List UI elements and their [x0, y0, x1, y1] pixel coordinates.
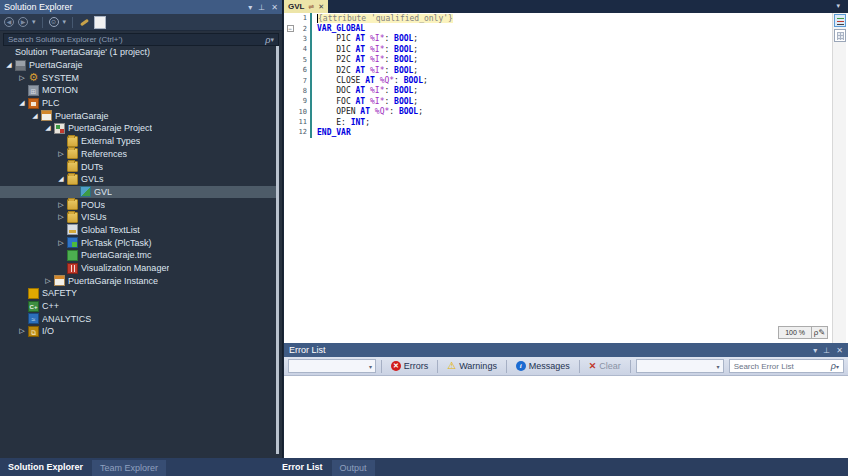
fold-marker-icon[interactable]: − [284, 24, 296, 33]
expander-icon[interactable]: ◢ [3, 61, 15, 69]
window-position-icon[interactable]: ▾ [813, 346, 817, 355]
tree-item-puertagaraje[interactable]: ◢PuertaGaraje [0, 109, 277, 122]
tree-item-label: References [81, 149, 127, 159]
wrench-icon[interactable] [79, 17, 90, 28]
window-position-icon[interactable]: ▾ [248, 3, 252, 12]
tree-item-motion[interactable]: ⊞MOTION [0, 84, 277, 97]
scope-dropdown[interactable]: ▾ [636, 359, 724, 373]
chevron-down-icon[interactable]: ▾ [32, 18, 36, 26]
code-line: 4 D1C AT %I*: BOOL; [284, 44, 832, 54]
clear-button[interactable]: ✕ Clear [585, 359, 625, 374]
tree-item-plctask-plctask[interactable]: ▷PlcTask (PlcTask) [0, 236, 277, 249]
expander-icon[interactable]: ◢ [55, 175, 67, 183]
tree-item-label: PuertaGaraje Project [68, 123, 152, 133]
tree-item-puertagaraje-instance[interactable]: ▷PuertaGaraje Instance [0, 274, 277, 287]
tree-item-visus[interactable]: ▷VISUs [0, 211, 277, 224]
tree-item-system[interactable]: ▷⚙SYSTEM [0, 71, 277, 84]
chevron-down-icon[interactable]: ▾ [63, 18, 67, 26]
warnings-label: Warnings [459, 361, 497, 371]
expander-icon[interactable]: ◢ [42, 124, 54, 132]
tree-item-plc[interactable]: ◢PLC [0, 97, 277, 110]
tree-item-analytics[interactable]: ≈ANALYTICS [0, 312, 277, 325]
safety-shield-icon [28, 288, 39, 299]
document-list-chevron-icon[interactable]: ▾ [836, 2, 840, 10]
error-list-search[interactable]: Search Error List ρ ▾ [729, 359, 844, 373]
chevron-down-icon[interactable]: ▾ [836, 363, 839, 370]
warnings-filter-button[interactable]: ⚠ Warnings [443, 359, 501, 374]
tree-item-gvls[interactable]: ◢GVLs [0, 173, 277, 186]
code-text: CLOSE AT %Q*: BOOL; [317, 76, 428, 85]
tree-item-puertagaraje-project[interactable]: ◢PuertaGaraje Project [0, 122, 277, 135]
tree-item-gvl[interactable]: GVL [0, 186, 277, 199]
tab-error-list[interactable]: Error List [274, 458, 331, 476]
expander-icon[interactable]: ▷ [16, 74, 28, 82]
magnifier-edit-icon[interactable]: ρ✎ [812, 326, 828, 339]
errors-filter-button[interactable]: ✕ Errors [387, 359, 433, 374]
tree-item-pous[interactable]: ▷POUs [0, 198, 277, 211]
expander-icon[interactable]: ▷ [55, 213, 67, 221]
error-list-title: Error List [289, 345, 807, 355]
line-number: 4 [296, 45, 310, 53]
pin-icon[interactable]: ⊥ [258, 3, 265, 12]
code-editor[interactable]: 1{attribute 'qualified_only'}−2VAR_GLOBA… [284, 13, 848, 343]
forward-icon[interactable]: ▶ [18, 17, 28, 27]
code-text: D1C AT %I*: BOOL; [317, 45, 418, 54]
tree-item-safety[interactable]: SAFETY [0, 287, 277, 300]
tabular-view-icon[interactable] [834, 29, 846, 42]
tree-item-puertagaraje-tmc[interactable]: PuertaGaraje.tmc [0, 249, 277, 262]
expander-icon[interactable]: ◢ [29, 112, 41, 120]
document-tab-row: GVL ⇌ ✕ ▾ [284, 0, 848, 13]
tree-item-label: PuertaGaraje.tmc [81, 250, 152, 260]
tree-item-global-textlist[interactable]: Global TextList [0, 224, 277, 237]
error-list-body[interactable] [284, 376, 848, 458]
gvl-file-icon [80, 186, 91, 197]
filter-dropdown[interactable]: ▾ [288, 359, 376, 373]
expander-icon[interactable]: ▷ [55, 239, 67, 247]
tree-item-external-types[interactable]: External Types [0, 135, 277, 148]
line-number: 12 [296, 128, 310, 136]
close-icon[interactable]: ✕ [836, 346, 843, 355]
tree-item-i-o[interactable]: ▷⧉I/O [0, 325, 277, 338]
expander-icon[interactable]: ▷ [42, 277, 54, 285]
project-root-icon [15, 60, 26, 71]
pin-icon[interactable]: ⊥ [823, 346, 830, 355]
expander-icon[interactable]: ▷ [55, 150, 67, 158]
scope-icon[interactable]: ⊙ [49, 17, 59, 27]
errors-label: Errors [404, 361, 429, 371]
code-line: 9 FOC AT %I*: BOOL; [284, 96, 832, 106]
tree-scrollbar[interactable] [276, 46, 279, 454]
chevron-down-icon[interactable]: ▾ [270, 36, 274, 44]
toolbar-separator [630, 360, 631, 373]
tree-item-duts[interactable]: DUTs [0, 160, 277, 173]
preview-toggle-button[interactable] [94, 16, 106, 29]
code-text: VAR_GLOBAL [317, 24, 365, 33]
toolbar-separator [437, 360, 438, 373]
tree-item-solution-puertagaraje-1-project[interactable]: Solution 'PuertaGaraje' (1 project) [0, 46, 277, 59]
expander-icon[interactable]: ◢ [16, 99, 28, 107]
tab-output[interactable]: Output [332, 460, 375, 476]
cpp-icon: C+ [28, 301, 39, 312]
clear-icon: ✕ [589, 361, 597, 371]
solution-explorer-search[interactable]: Search Solution Explorer (Ctrl+') ρ ▾ [3, 33, 279, 46]
tree-item-label: SYSTEM [42, 73, 79, 83]
tree-item-puertagaraje[interactable]: ◢PuertaGaraje [0, 59, 277, 72]
tab-team-explorer[interactable]: Team Explorer [92, 460, 166, 476]
line-number: 8 [296, 87, 310, 95]
bottom-tab-bar: Solution Explorer Team Explorer Error Li… [0, 458, 848, 476]
back-icon[interactable]: ◀ [4, 17, 14, 27]
code-area[interactable]: 1{attribute 'qualified_only'}−2VAR_GLOBA… [284, 13, 832, 343]
motion-icon: ⊞ [28, 85, 39, 96]
expander-icon[interactable]: ▷ [16, 327, 28, 335]
tree-item-visualization-manager[interactable]: Visualization Manager [0, 262, 277, 275]
tree-item-references[interactable]: ▷References [0, 148, 277, 161]
tab-close-icon[interactable]: ✕ [318, 3, 324, 11]
tab-gvl[interactable]: GVL ⇌ ✕ [284, 0, 328, 13]
tab-solution-explorer[interactable]: Solution Explorer [0, 458, 91, 476]
textual-view-icon[interactable] [834, 14, 846, 27]
error-icon: ✕ [391, 361, 401, 371]
tree-item-c[interactable]: C+C++ [0, 300, 277, 313]
messages-filter-button[interactable]: i Messages [512, 359, 574, 374]
expander-icon[interactable]: ▷ [55, 201, 67, 209]
zoom-level[interactable]: 100 % [778, 326, 812, 339]
close-icon[interactable]: ✕ [271, 3, 278, 12]
